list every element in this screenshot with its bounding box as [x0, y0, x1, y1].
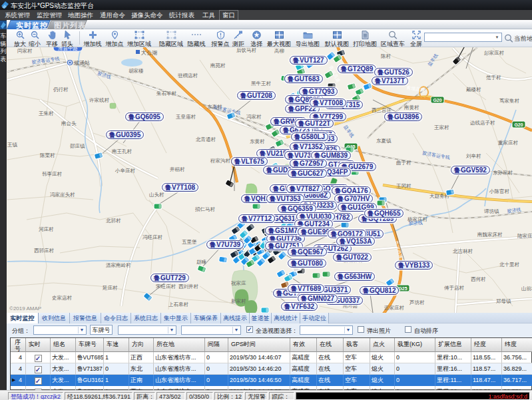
svg-text:朱石羊村: 朱石羊村	[156, 91, 177, 97]
svg-text:邵庄镇: 邵庄镇	[70, 143, 85, 149]
svg-text:©2019 AMAP: ©2019 AMAP	[9, 305, 41, 311]
svg-text:潍县中路: 潍县中路	[58, 47, 78, 51]
svg-text:南台头: 南台头	[61, 120, 77, 126]
svg-text:东高村: 东高村	[207, 104, 222, 110]
svg-text:益羊线: 益羊线	[342, 124, 355, 139]
svg-text:范于村: 范于村	[486, 75, 501, 81]
svg-text:温家南岭村: 温家南岭村	[106, 262, 131, 268]
svg-text:陆家庄: 陆家庄	[517, 233, 532, 239]
svg-text:后饮马村: 后饮马村	[236, 47, 257, 53]
svg-text:边线店子村: 边线店子村	[470, 120, 495, 126]
svg-text:彭家庄村: 彭家庄村	[484, 50, 505, 56]
svg-text:冯家村: 冯家村	[246, 114, 262, 120]
svg-text:北吉林村: 北吉林村	[453, 248, 473, 254]
svg-text:许家线村: 许家线村	[89, 97, 110, 103]
svg-text:井稻村: 井稻村	[170, 166, 185, 172]
svg-text:小陈官村: 小陈官村	[489, 188, 510, 194]
svg-text:G20: G20	[514, 122, 523, 127]
svg-text:东夏镇: 东夏镇	[376, 138, 392, 144]
svg-text:胶济客运专线: 胶济客运专线	[422, 150, 451, 160]
svg-text:胶济线: 胶济线	[97, 71, 111, 80]
svg-text:韩李庄村: 韩李庄村	[42, 171, 63, 177]
svg-text:高柳: 高柳	[274, 48, 284, 54]
svg-text:史家店村: 史家店村	[52, 295, 73, 301]
svg-text:宋旺庄村: 宋旺庄村	[156, 284, 176, 290]
svg-text:王冈村: 王冈村	[396, 183, 411, 189]
svg-text:黑牛王村: 黑牛王村	[251, 81, 272, 87]
svg-text:戴楼村: 戴楼村	[466, 87, 481, 93]
svg-text:陈村: 陈村	[381, 53, 392, 59]
svg-text:山前村: 山前村	[521, 286, 532, 292]
svg-text:新家村: 新家村	[231, 298, 246, 304]
svg-text:芦坊村: 芦坊村	[409, 300, 425, 305]
svg-text:迟家庄村: 迟家庄村	[384, 305, 405, 311]
svg-text:刘辛村: 刘辛村	[466, 153, 481, 159]
svg-text:冯旺庄村: 冯旺庄村	[142, 234, 163, 240]
svg-text:北十里村: 北十里村	[499, 262, 520, 268]
svg-text:郑母镇: 郑母镇	[496, 298, 511, 304]
svg-text:重家庄村: 重家庄村	[498, 140, 519, 146]
svg-text:G20: G20	[433, 98, 441, 102]
svg-text:南魏家床村: 南魏家床村	[477, 232, 503, 238]
svg-text:五里堡: 五里堡	[182, 239, 197, 245]
svg-text:西刘井村: 西刘井村	[178, 284, 199, 290]
svg-text:驻橍店村: 驻橍店村	[178, 73, 198, 79]
svg-text:北青通村: 北青通村	[196, 136, 216, 142]
svg-text:南苑村: 南苑村	[210, 63, 226, 69]
svg-text:祝家庄: 祝家庄	[231, 280, 246, 286]
svg-text:程家沟村: 程家沟村	[210, 158, 231, 164]
svg-text:山头村: 山头村	[149, 192, 164, 198]
svg-text:王家村: 王家村	[434, 124, 449, 130]
svg-text:杨家庄村: 杨家庄村	[407, 216, 428, 222]
svg-text:王朱村: 王朱村	[39, 110, 54, 116]
svg-text:大公湖: 大公湖	[141, 50, 157, 56]
svg-text:谭坊镇: 谭坊镇	[484, 208, 499, 214]
svg-text:河庄村: 河庄村	[39, 226, 54, 232]
svg-text:曲于村: 曲于村	[396, 160, 411, 166]
svg-text:西何村: 西何村	[471, 276, 486, 282]
svg-text:候涵站: 候涵站	[74, 60, 90, 66]
svg-text:北郭村: 北郭村	[106, 218, 121, 224]
svg-text:招仁马村: 招仁马村	[194, 206, 216, 212]
svg-text:胡家楼: 胡家楼	[129, 68, 144, 74]
svg-text:东黄村: 东黄村	[250, 138, 265, 144]
svg-text:上石皋村: 上石皋村	[168, 301, 189, 307]
svg-text:冯家崖头村: 冯家崖头村	[50, 192, 75, 198]
svg-text:东孙家村: 东孙家村	[493, 170, 513, 176]
svg-text:玉皇庙村: 玉皇庙村	[176, 114, 196, 120]
svg-text:傅于店村: 傅于店村	[444, 285, 465, 291]
svg-text:G25: G25	[398, 286, 407, 291]
svg-text:闫家村: 闫家村	[17, 48, 33, 54]
svg-text:南王孔村: 南王孔村	[111, 148, 133, 154]
svg-text:南黄村: 南黄村	[403, 104, 419, 110]
svg-text:仍行村: 仍行村	[53, 87, 69, 93]
svg-text:王镇: 王镇	[7, 142, 18, 148]
svg-text:茑家集村: 茑家集村	[499, 98, 520, 104]
svg-text:小辛庄村: 小辛庄村	[115, 168, 136, 174]
svg-text:陈栗村: 陈栗村	[40, 152, 55, 158]
svg-text:西郭庄村: 西郭庄村	[34, 248, 55, 254]
svg-text:延庄村: 延庄村	[102, 285, 118, 291]
